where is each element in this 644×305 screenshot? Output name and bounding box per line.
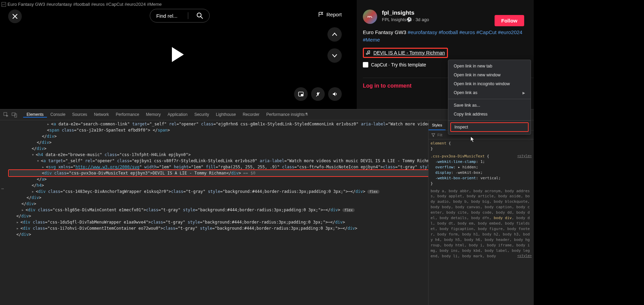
login-link[interactable]: Log in to comment — [363, 83, 412, 89]
prev-video-button[interactable] — [327, 27, 342, 42]
devtools-tab-lighthouse[interactable]: Lighthouse — [212, 112, 239, 117]
auto-scroll-icon — [315, 91, 321, 97]
dom-line[interactable]: </a> — [10, 176, 428, 182]
next-video-button[interactable] — [327, 48, 342, 63]
style-source-link2[interactable]: <style> — [517, 254, 532, 259]
capcut-icon — [363, 62, 368, 67]
svg-point-1 — [197, 13, 201, 17]
tag[interactable]: #euro2024 — [498, 29, 522, 35]
devtools-tab-console[interactable]: Console — [47, 112, 69, 117]
svg-rect-0 — [2, 2, 6, 6]
svg-rect-3 — [301, 94, 303, 96]
chevron-down-icon — [332, 52, 338, 59]
dom-line[interactable]: </div> — [10, 195, 428, 201]
devtools-tab-application[interactable]: Application — [164, 112, 191, 117]
styles-filter-input[interactable] — [437, 133, 448, 137]
nav-buttons — [327, 27, 342, 63]
dom-line[interactable]: ▸<div class="css-1du5qfl-DivTabMenuWrapp… — [10, 219, 428, 225]
follow-label: Follow — [501, 18, 518, 24]
context-menu-item-copy-link-address[interactable]: Copy link address — [448, 110, 531, 119]
styles-panel: Styles element { } .css-pvx3oa-DivMusicT… — [428, 120, 534, 305]
tag[interactable]: #Meme — [363, 37, 380, 43]
video-player-area: Euro Fantasy GW3 #eurofantasy #football … — [0, 0, 357, 109]
capcut-text: CapCut · Try this template — [371, 62, 426, 67]
tag[interactable]: #euros — [460, 29, 475, 35]
filter-icon — [431, 133, 435, 137]
devtools-tab-memory[interactable]: Memory — [143, 112, 164, 117]
devtools-tab-elements[interactable]: Elements — [23, 112, 47, 118]
bottom-controls — [294, 87, 342, 101]
search-label: Find rel... — [156, 13, 178, 19]
devtools-tab-performance-insights[interactable]: Performance insights ⚗ — [263, 112, 311, 117]
devtools-tab-sources[interactable]: Sources — [69, 112, 91, 117]
context-menu-item-open-link-in-incognito-window[interactable]: Open link in incognito window — [448, 79, 531, 88]
ellipsis-icon[interactable]: ⋯ — [1, 186, 4, 191]
dom-line[interactable]: </div> — [10, 213, 428, 219]
dom-line[interactable]: ▸<div class="css-1i7ohvi-DivCommentItemC… — [10, 225, 428, 231]
inspect-tool-icon[interactable] — [3, 112, 9, 118]
devtools-tab-recorder[interactable]: Recorder — [239, 112, 263, 117]
user-avatar[interactable]: FPL — [363, 10, 377, 24]
tag[interactable]: #eurofantasy — [408, 29, 437, 35]
dom-line[interactable]: </div> — [10, 139, 428, 146]
context-menu-separator — [448, 99, 531, 99]
flag-icon — [318, 12, 324, 17]
play-button[interactable] — [167, 44, 187, 65]
follow-button[interactable]: Follow — [495, 15, 525, 26]
music-link[interactable]: DEVIL IS A LIE - Tommy Richman — [363, 48, 448, 58]
tag[interactable]: #football — [439, 29, 458, 35]
broken-image-icon — [1, 2, 6, 7]
dom-line[interactable]: </div> — [10, 231, 428, 238]
meta-sep: · — [413, 17, 415, 22]
video-caption: Euro Fantasy GW3 #eurofantasy #football … — [363, 29, 534, 44]
devtools-panel: ElementsConsoleSourcesNetworkPerformance… — [0, 109, 534, 305]
tag[interactable]: #CapCut — [477, 29, 497, 35]
context-menu-item-save-link-as-[interactable]: Save link as... — [448, 101, 531, 110]
volume-icon — [332, 91, 338, 97]
divider — [188, 12, 188, 19]
chevron-up-icon — [332, 31, 338, 37]
context-menu-item-open-link-in-new-tab[interactable]: Open link in new tab — [448, 62, 531, 71]
style-source-link[interactable]: <style> — [517, 154, 532, 159]
play-icon — [167, 44, 187, 65]
devtools-tab-security[interactable]: Security — [191, 112, 212, 117]
pip-icon — [298, 91, 304, 97]
dom-line[interactable]: ▸<div class="css-hlg65e-DivMainContent e… — [10, 207, 428, 213]
context-menu-item-open-link-as[interactable]: Open link as▶ — [448, 88, 531, 97]
styles-body[interactable]: element { } .css-pvx3oa-DivMusicText {<s… — [429, 139, 534, 260]
search-icon — [196, 12, 203, 19]
dom-tree[interactable]: ▸<a data-e2e="search-common-link" target… — [0, 120, 428, 305]
styles-tab[interactable]: Styles — [429, 120, 446, 130]
caption-base: Euro Fantasy GW3 — [363, 29, 408, 35]
context-menu: Open link in new tabOpen link in new win… — [448, 60, 531, 135]
report-button[interactable]: Report — [318, 9, 342, 20]
video-caption-top: Euro Fantasy GW3 #eurofantasy #football … — [1, 2, 162, 7]
display-name[interactable]: FPL Insights⚽ — [382, 17, 412, 22]
context-menu-item-inspect[interactable]: Inspect — [450, 122, 529, 132]
pip-button[interactable] — [294, 87, 308, 101]
dom-line[interactable]: </div> — [10, 201, 428, 207]
volume-button[interactable] — [328, 87, 342, 101]
context-menu-separator — [448, 120, 531, 121]
report-label: Report — [326, 12, 342, 17]
dom-line[interactable]: ▾<a target="_self" rel="opener" class="e… — [10, 158, 428, 164]
device-toggle-icon[interactable] — [12, 112, 17, 118]
dom-line[interactable]: ▸<a data-e2e="search-common-link" target… — [10, 121, 428, 127]
devtools-tab-network[interactable]: Network — [91, 112, 112, 117]
auto-scroll-button[interactable] — [311, 87, 325, 101]
dom-line[interactable]: </div> — [10, 133, 428, 139]
dom-line[interactable]: <div class="css-pvx3oa-DivMusicText epjb… — [10, 170, 428, 176]
dom-line[interactable]: ▾<h4 data-e2e="browse-music" class="css-… — [10, 152, 428, 158]
search-pill[interactable]: Find rel... — [150, 9, 210, 22]
caption-text: Euro Fantasy GW3 #eurofantasy #football … — [7, 2, 162, 7]
dom-line[interactable]: ▸<div class="css-1483eyc-DivAnchorTagWra… — [10, 188, 428, 195]
dom-line[interactable]: </div> — [10, 146, 428, 152]
dom-line[interactable]: ▸<svg xmlns="http://www.w3.org/2000/svg"… — [10, 164, 428, 170]
context-menu-item-open-link-in-new-window[interactable]: Open link in new window — [448, 71, 531, 79]
element-style-label: element — [431, 141, 446, 146]
close-button[interactable] — [8, 10, 22, 23]
devtools-tab-performance[interactable]: Performance — [112, 112, 143, 117]
css-selector: .css-pvx3oa-DivMusicText — [431, 154, 485, 158]
dom-line[interactable]: <span class="css-j2a19r-SpanText efbd9f0… — [10, 127, 428, 133]
dom-line[interactable]: </h4> — [10, 182, 428, 188]
